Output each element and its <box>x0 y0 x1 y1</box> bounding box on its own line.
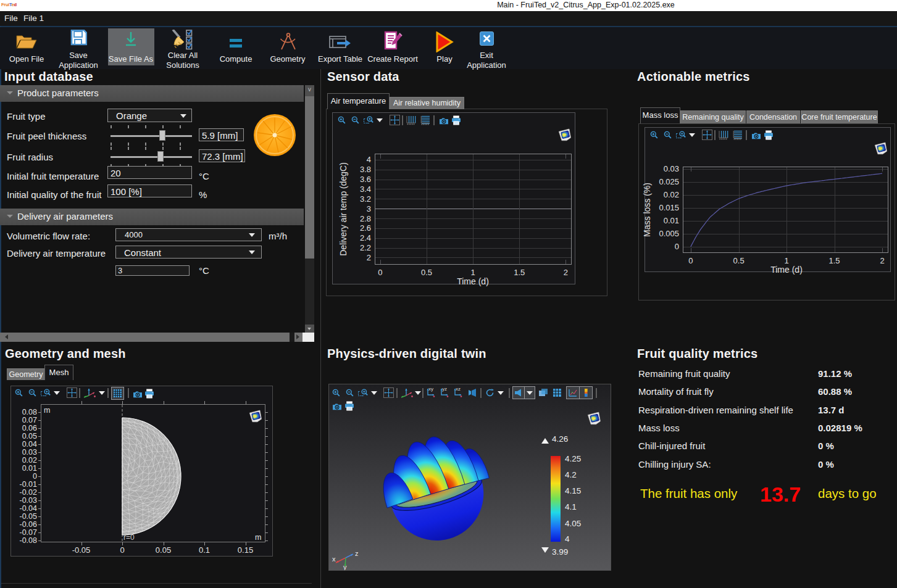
svg-text:z: z <box>355 550 359 557</box>
svg-text:y: y <box>343 563 347 570</box>
svg-text:r=0: r=0 <box>123 533 135 542</box>
svg-text:x: x <box>332 555 336 563</box>
